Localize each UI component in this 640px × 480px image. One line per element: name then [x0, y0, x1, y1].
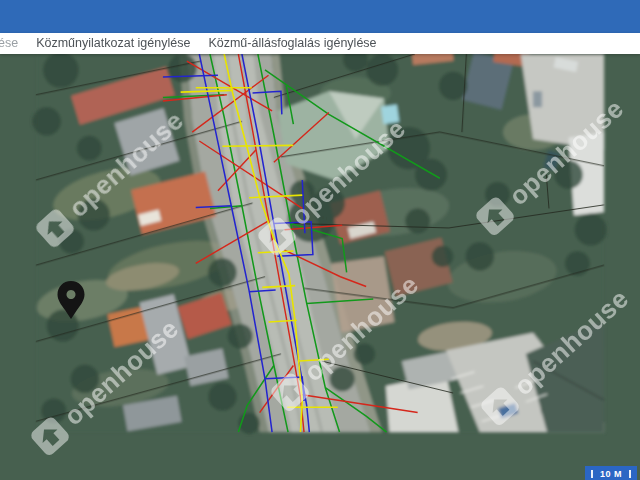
- app-window: ése Közműnyilatkozat igénylése Közmű-áll…: [0, 0, 640, 480]
- nav-item-kozmu-allasfoglalas[interactable]: Közmű-állásfoglalás igénylése: [199, 33, 385, 54]
- nav-item-kozmunyilatkozat[interactable]: Közműnyilatkozat igénylése: [27, 33, 199, 54]
- aerial-photo-layer: [0, 54, 640, 480]
- scale-label: 10 M: [600, 469, 622, 479]
- top-blue-bar: [0, 0, 640, 33]
- menu-bar: ése Közműnyilatkozat igénylése Közmű-áll…: [0, 33, 640, 54]
- scale-tick-left: [591, 470, 593, 478]
- aerial-photo: [32, 54, 606, 434]
- scale-bar: 10 M: [585, 466, 637, 480]
- map-pin-icon[interactable]: [55, 279, 87, 323]
- map-canvas[interactable]: openhouse openhouse openhouse openhouse …: [0, 54, 640, 480]
- nav-item-truncated[interactable]: ése: [0, 33, 27, 54]
- scale-tick-right: [629, 470, 631, 478]
